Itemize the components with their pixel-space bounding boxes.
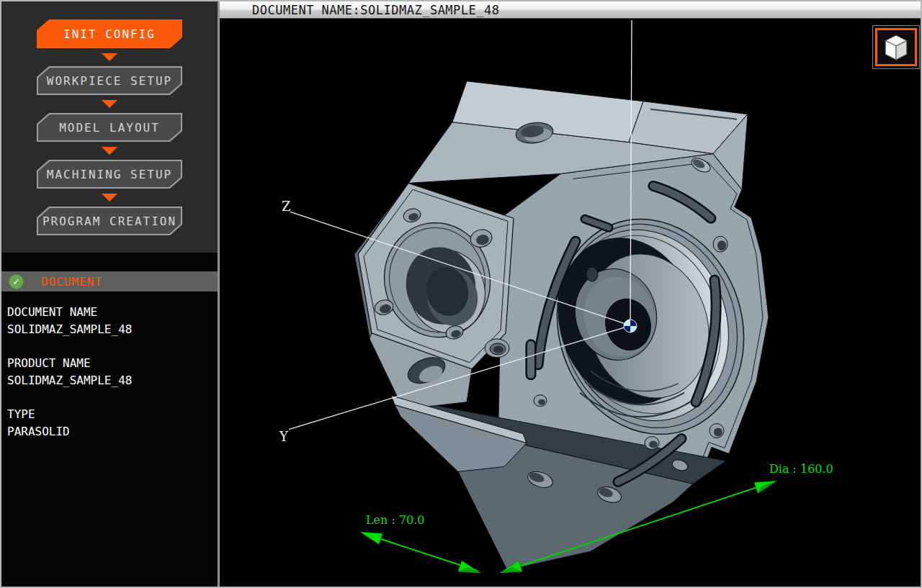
check-circle-icon: ✓ (9, 274, 24, 289)
type-field: TYPE PARASOLID (7, 406, 218, 440)
flow-arrow-down-icon (102, 53, 117, 61)
view-cube-frame (875, 28, 917, 66)
isometric-cube-icon (883, 34, 909, 61)
diameter-dimension-label: Dia : 160.0 (769, 462, 833, 476)
field-value: SOLIDMAZ_SAMPLE_48 (7, 321, 218, 338)
sidebar-step-machining-setup[interactable]: MACHINING SETUP (37, 160, 182, 189)
step-label: MACHINING SETUP (38, 161, 181, 187)
document-info-panel: DOCUMENT NAME SOLIDMAZ_SAMPLE_48 PRODUCT… (1, 291, 218, 440)
product-name-field: PRODUCT NAME SOLIDMAZ_SAMPLE_48 (7, 355, 218, 389)
workflow-panel: INIT CONFIG WORKPIECE SETUP MODEL LAYOUT… (1, 1, 218, 253)
sidebar: INIT CONFIG WORKPIECE SETUP MODEL LAYOUT… (1, 1, 220, 587)
view-cube-button[interactable] (872, 25, 920, 69)
axis-z-label: Z (282, 199, 291, 214)
flow-arrow-down-icon (102, 100, 117, 108)
field-label: TYPE (7, 406, 218, 423)
step-label: INIT CONFIG (38, 21, 181, 47)
step-label: MODEL LAYOUT (38, 114, 181, 140)
3d-scene: Z Y (220, 19, 921, 587)
flow-arrow-down-icon (102, 147, 117, 155)
sidebar-step-model-layout[interactable]: MODEL LAYOUT (37, 113, 182, 142)
machined-part-model[interactable] (354, 81, 771, 570)
main-area: DOCUMENT NAME:SOLIDMAZ_SAMPLE_48 (220, 1, 921, 587)
field-label: DOCUMENT NAME (7, 304, 218, 321)
document-section-title: DOCUMENT (41, 275, 102, 289)
flow-arrow-down-icon (102, 194, 117, 202)
step-label: WORKPIECE SETUP (38, 68, 181, 94)
field-label: PRODUCT NAME (7, 355, 218, 372)
viewport-title: DOCUMENT NAME:SOLIDMAZ_SAMPLE_48 (252, 3, 500, 17)
viewport-titlebar: DOCUMENT NAME:SOLIDMAZ_SAMPLE_48 (220, 1, 921, 19)
sidebar-step-workpiece-setup[interactable]: WORKPIECE SETUP (37, 66, 182, 95)
3d-viewport[interactable]: Z Y (220, 19, 921, 587)
field-value: SOLIDMAZ_SAMPLE_48 (7, 372, 218, 389)
field-value: PARASOLID (7, 423, 218, 440)
axis-y-label: Y (279, 429, 289, 444)
step-label: PROGRAM CREATION (38, 208, 181, 234)
app-window: INIT CONFIG WORKPIECE SETUP MODEL LAYOUT… (0, 0, 922, 588)
document-section-header: ✓ DOCUMENT (1, 271, 218, 291)
sidebar-step-program-creation[interactable]: PROGRAM CREATION (37, 207, 182, 235)
length-dimension-label: Len : 70.0 (366, 513, 425, 527)
document-name-field: DOCUMENT NAME SOLIDMAZ_SAMPLE_48 (7, 304, 218, 338)
sidebar-step-init-config[interactable]: INIT CONFIG (37, 19, 182, 48)
origin-marker-icon (624, 320, 637, 333)
